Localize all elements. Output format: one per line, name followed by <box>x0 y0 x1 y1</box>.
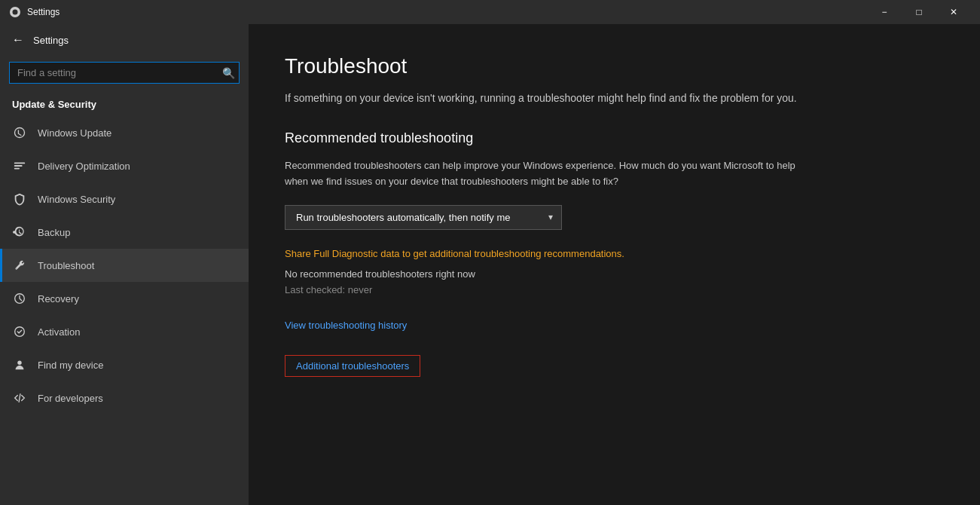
sidebar-item-label: Recovery <box>38 293 237 305</box>
wrench-icon <box>12 258 27 273</box>
search-input[interactable] <box>9 62 240 84</box>
sidebar-item-label: Activation <box>38 326 237 338</box>
back-label: Settings <box>33 35 69 46</box>
sidebar-item-activation[interactable]: Activation <box>0 315 249 348</box>
window-controls: − □ ✕ <box>867 0 971 24</box>
close-button[interactable]: ✕ <box>936 0 971 24</box>
sidebar-item-label: Windows Security <box>38 194 237 205</box>
shield-icon <box>12 191 27 207</box>
sidebar: ← Settings 🔍 Update & Security Windows U… <box>0 24 249 505</box>
minimize-button[interactable]: − <box>867 0 902 24</box>
svg-rect-0 <box>14 163 25 164</box>
search-icon[interactable]: 🔍 <box>222 67 235 79</box>
view-history-link[interactable]: View troubleshooting history <box>285 320 944 331</box>
svg-rect-1 <box>14 165 23 167</box>
svg-rect-2 <box>14 168 20 170</box>
recovery-icon <box>12 291 27 306</box>
maximize-button[interactable]: □ <box>902 0 936 24</box>
titlebar-title: Settings <box>27 7 867 17</box>
sidebar-item-windows-security[interactable]: Windows Security <box>0 182 249 216</box>
section-title: Update & Security <box>0 90 249 116</box>
delivery-icon <box>12 158 27 173</box>
section-description: Recommended troubleshooters can help imp… <box>285 158 812 190</box>
refresh-icon <box>12 125 27 140</box>
sidebar-item-label: Windows Update <box>38 127 237 139</box>
page-description: If something on your device isn't workin… <box>285 90 812 106</box>
content-area: Troubleshoot If something on your device… <box>249 24 980 505</box>
back-button[interactable]: ← Settings <box>0 24 249 56</box>
backup-icon <box>12 225 27 240</box>
developers-icon <box>12 390 27 406</box>
sidebar-item-find-my-device[interactable]: Find my device <box>0 348 249 381</box>
sidebar-item-label: Delivery Optimization <box>38 161 237 172</box>
sidebar-item-backup[interactable]: Backup <box>0 216 249 249</box>
share-diagnostic-link[interactable]: Share Full Diagnostic data to get additi… <box>285 248 944 259</box>
activation-icon <box>12 324 27 339</box>
main-layout: ← Settings 🔍 Update & Security Windows U… <box>0 24 980 505</box>
dropdown-container: Ask me before running troubleshooters Ru… <box>285 205 944 230</box>
sidebar-item-label: Backup <box>38 227 237 238</box>
troubleshoot-dropdown-wrapper: Ask me before running troubleshooters Ru… <box>285 205 562 230</box>
sidebar-item-recovery[interactable]: Recovery <box>0 282 249 315</box>
troubleshoot-dropdown[interactable]: Ask me before running troubleshooters Ru… <box>285 205 562 230</box>
sidebar-item-troubleshoot[interactable]: Troubleshoot <box>0 249 249 282</box>
recommended-section-title: Recommended troubleshooting <box>285 130 944 146</box>
titlebar: Settings − □ ✕ <box>0 0 980 24</box>
svg-point-5 <box>17 361 21 365</box>
sidebar-item-label: For developers <box>38 393 237 404</box>
search-container: 🔍 <box>0 56 249 90</box>
additional-troubleshooters-button[interactable]: Additional troubleshooters <box>285 355 420 377</box>
sidebar-item-windows-update[interactable]: Windows Update <box>0 116 249 149</box>
page-title: Troubleshoot <box>285 54 944 78</box>
person-icon <box>12 357 27 372</box>
back-arrow-icon: ← <box>12 33 24 47</box>
sidebar-item-delivery-optimization[interactable]: Delivery Optimization <box>0 149 249 182</box>
last-checked-text: Last checked: never <box>285 284 944 295</box>
sidebar-item-label: Troubleshoot <box>38 260 237 271</box>
settings-icon <box>9 6 21 18</box>
sidebar-item-for-developers[interactable]: For developers <box>0 381 249 415</box>
status-text: No recommended troubleshooters right now <box>285 268 944 280</box>
sidebar-item-label: Find my device <box>38 360 237 371</box>
